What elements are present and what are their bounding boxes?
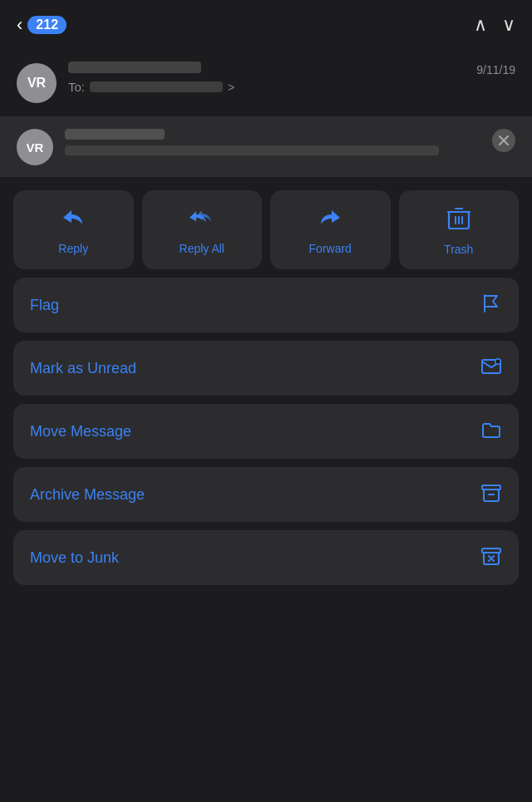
svg-rect-5 bbox=[482, 549, 500, 553]
action-list: Flag Mark as Unread Move Message bbox=[13, 278, 519, 602]
close-icon bbox=[498, 135, 510, 146]
reply-icon bbox=[61, 206, 86, 234]
back-button[interactable]: ‹ 212 bbox=[17, 16, 66, 34]
flag-button[interactable]: Flag bbox=[13, 278, 519, 332]
nav-arrows: ∧ ∨ bbox=[474, 14, 515, 36]
trash-button[interactable]: Trash bbox=[399, 190, 520, 269]
email-preview-card: VR bbox=[0, 117, 532, 177]
email-header-info: To: > bbox=[68, 62, 465, 94]
action-sheet: Reply Reply All Forward bbox=[0, 177, 532, 602]
next-message-button[interactable]: ∨ bbox=[502, 14, 515, 36]
move-to-junk-button[interactable]: Move to Junk bbox=[13, 530, 519, 585]
svg-rect-4 bbox=[482, 485, 500, 490]
trash-label: Trash bbox=[444, 243, 473, 256]
email-date: 9/11/19 bbox=[476, 63, 515, 76]
flag-label: Flag bbox=[30, 297, 59, 314]
sender-avatar: VR bbox=[17, 63, 57, 103]
forward-button[interactable]: Forward bbox=[270, 190, 391, 269]
to-expand-icon[interactable]: > bbox=[228, 81, 234, 94]
sender-name bbox=[68, 62, 201, 73]
forward-icon bbox=[318, 206, 342, 234]
reply-all-button[interactable]: Reply All bbox=[142, 190, 263, 269]
mark-unread-button[interactable]: Mark as Unread bbox=[13, 341, 519, 396]
mark-unread-label: Mark as Unread bbox=[30, 360, 136, 377]
action-row-top: Reply Reply All Forward bbox=[13, 190, 519, 269]
mark-unread-icon bbox=[480, 356, 502, 381]
archive-message-label: Archive Message bbox=[30, 486, 145, 504]
previous-message-button[interactable]: ∧ bbox=[474, 14, 487, 36]
email-header: VR To: > 9/11/19 bbox=[0, 50, 532, 116]
to-address bbox=[90, 81, 223, 92]
move-message-label: Move Message bbox=[30, 423, 131, 440]
to-line: To: > bbox=[68, 80, 465, 94]
reply-label: Reply bbox=[58, 242, 88, 255]
junk-icon bbox=[480, 545, 502, 570]
reply-button[interactable]: Reply bbox=[13, 190, 134, 269]
top-navigation: ‹ 212 ∧ ∨ bbox=[0, 0, 532, 50]
reply-all-icon bbox=[188, 206, 216, 234]
archive-message-button[interactable]: Archive Message bbox=[13, 467, 519, 522]
preview-content bbox=[65, 129, 480, 155]
forward-label: Forward bbox=[309, 242, 352, 255]
move-message-icon bbox=[480, 419, 502, 444]
close-preview-button[interactable] bbox=[492, 129, 515, 152]
unread-badge: 212 bbox=[27, 16, 66, 34]
to-label: To: bbox=[68, 80, 85, 94]
flag-icon bbox=[480, 293, 502, 317]
preview-sender-name bbox=[65, 129, 165, 140]
preview-avatar: VR bbox=[17, 129, 53, 165]
archive-icon bbox=[480, 482, 502, 507]
preview-body-text bbox=[65, 145, 439, 155]
move-to-junk-label: Move to Junk bbox=[30, 549, 119, 567]
trash-icon bbox=[447, 205, 470, 234]
back-chevron-icon: ‹ bbox=[17, 16, 22, 34]
svg-point-3 bbox=[496, 360, 500, 364]
reply-all-label: Reply All bbox=[180, 242, 224, 255]
move-message-button[interactable]: Move Message bbox=[13, 404, 519, 459]
